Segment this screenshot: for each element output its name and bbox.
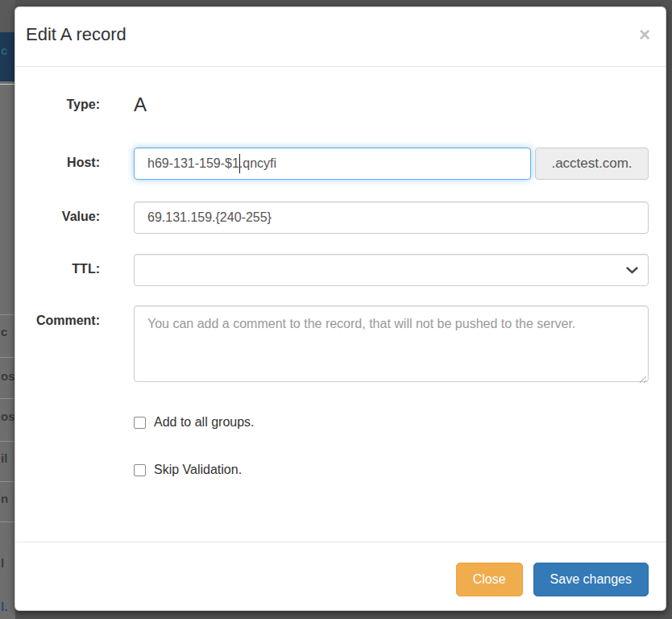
backdrop-row-divider — [0, 441, 15, 442]
backdrop-row-divider — [0, 481, 15, 482]
skip-validation-label[interactable]: Skip Validation. — [154, 463, 242, 477]
host-label: Host: — [26, 147, 100, 170]
skip-validation-row: Skip Validation. — [134, 463, 649, 477]
comment-textarea[interactable] — [134, 305, 649, 382]
backdrop-row-divider — [0, 357, 15, 358]
close-button[interactable]: Close — [456, 563, 523, 596]
close-icon[interactable]: × — [639, 25, 650, 44]
backdrop-row-divider — [0, 398, 15, 399]
modal-title: Edit A record — [26, 24, 127, 45]
backdrop-row-divider — [0, 521, 15, 522]
backdrop-fragment: n — [1, 492, 8, 505]
modal-footer: Close Save changes — [15, 542, 666, 610]
backdrop-fragment: c — [1, 44, 7, 57]
value-row: Value: — [26, 201, 649, 234]
type-row: Type: A — [26, 93, 649, 116]
add-to-all-groups-row: Add to all groups. — [134, 415, 649, 430]
host-input[interactable] — [134, 147, 531, 180]
type-value: A — [134, 93, 649, 116]
comment-label: Comment: — [26, 305, 100, 328]
backdrop-row-divider — [0, 314, 15, 315]
value-label: Value: — [26, 201, 100, 224]
add-to-all-groups-checkbox[interactable] — [134, 417, 146, 429]
comment-row: Comment: — [26, 305, 649, 385]
backdrop: c c os os il n l l. — [0, 0, 15, 619]
host-domain-suffix: .acctest.com. — [535, 147, 649, 180]
modal-header: Edit A record × — [15, 7, 666, 67]
backdrop-fragment: l. — [1, 600, 7, 613]
save-changes-button[interactable]: Save changes — [533, 563, 649, 596]
backdrop-fragment: c — [1, 325, 7, 339]
modal-body: Type: A Host: .acctest.com. Value: — [15, 67, 666, 542]
ttl-row: TTL: — [26, 254, 649, 286]
type-label: Type: — [26, 93, 100, 112]
backdrop-fragment: os — [1, 409, 15, 423]
backdrop-fragment: os — [1, 369, 15, 383]
ttl-label: TTL: — [26, 254, 100, 276]
backdrop-row-divider — [0, 84, 15, 85]
value-input[interactable] — [134, 201, 649, 234]
host-row: Host: .acctest.com. — [26, 147, 649, 180]
text-cursor — [239, 154, 240, 173]
backdrop-fragment: l — [1, 556, 4, 570]
edit-a-record-modal: Edit A record × Type: A Host: .acctest.c… — [15, 6, 666, 611]
ttl-select[interactable] — [134, 254, 649, 286]
backdrop-fragment: il — [1, 451, 7, 465]
skip-validation-checkbox[interactable] — [134, 464, 146, 476]
backdrop-segment — [0, 0, 15, 32]
add-to-all-groups-label[interactable]: Add to all groups. — [154, 415, 255, 430]
